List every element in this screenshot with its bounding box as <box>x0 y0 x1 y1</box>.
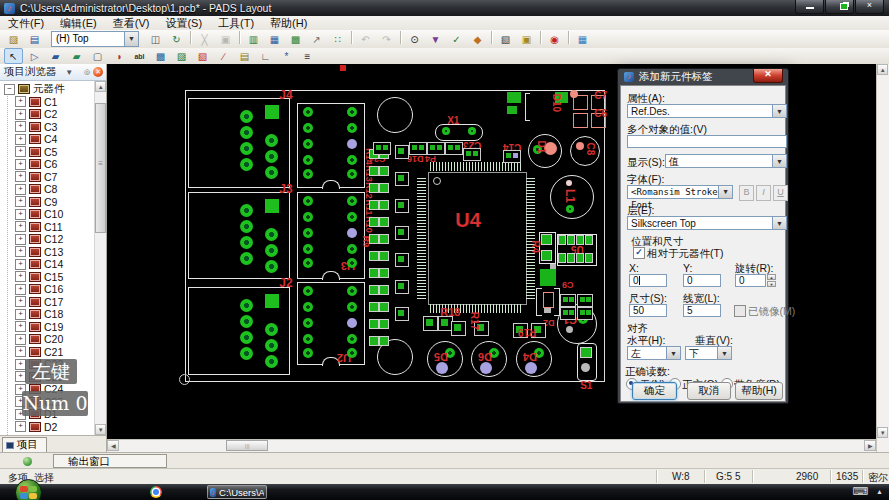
rotation-input[interactable]: 0 <box>735 274 766 287</box>
vertical-combobox[interactable]: 下 ▼ <box>685 346 732 360</box>
menu-setup[interactable]: 设置(S) <box>157 16 210 31</box>
tab-project[interactable]: 项目 <box>2 437 47 452</box>
expand-icon[interactable]: + <box>15 246 26 257</box>
design-toolbar-icon[interactable]: ▥ <box>244 31 263 47</box>
expand-icon[interactable]: + <box>15 221 26 232</box>
window-icon[interactable]: ▣ <box>517 31 536 47</box>
expand-icon[interactable]: + <box>15 171 26 182</box>
hatch-icon[interactable]: ▨ <box>172 48 191 64</box>
output-window-tab[interactable]: 输出窗口 <box>53 454 167 468</box>
chevron-down-icon[interactable]: ▼ <box>772 105 786 117</box>
keepout-icon[interactable]: ◑ <box>109 48 128 64</box>
menu-tools[interactable]: 工具(T) <box>210 16 262 31</box>
expand-icon[interactable]: + <box>15 309 26 320</box>
panel-close-icon[interactable]: ✕ <box>93 67 103 77</box>
expand-icon[interactable]: + <box>15 184 26 195</box>
star-icon[interactable]: * <box>277 48 296 64</box>
relative-checkbox[interactable]: ✓ <box>633 247 645 259</box>
tree-item-c2[interactable]: +C2 <box>0 108 95 121</box>
zoom-icon[interactable]: ⊙ <box>405 31 424 47</box>
tree-item-c8[interactable]: +C8 <box>0 183 95 196</box>
tree-item-c4[interactable]: +C4 <box>0 133 95 146</box>
ok-button[interactable]: 确定 <box>632 382 677 400</box>
spin-up-icon[interactable]: ▲ <box>767 274 776 280</box>
chevron-down-icon[interactable]: ▼ <box>717 347 731 359</box>
help-button[interactable]: 帮助(H) <box>735 382 783 400</box>
scroll-up-icon[interactable]: ▲ <box>95 81 106 92</box>
save-icon[interactable]: ▤ <box>25 31 44 47</box>
chevron-down-icon[interactable]: ▼ <box>124 32 138 46</box>
scroll-right-icon[interactable]: ▶ <box>864 440 876 451</box>
close-button[interactable]: × <box>855 0 884 14</box>
eco-toolbar-icon[interactable]: ▩ <box>286 31 305 47</box>
status-line-width[interactable]: W:8 <box>672 471 690 482</box>
tree-scrollbar[interactable]: ▲ ▼ <box>94 81 106 435</box>
layer-combobox[interactable]: (H) Top ▼ <box>51 31 139 47</box>
canvas-vscrollbar[interactable]: ▲ ▼ <box>876 64 889 452</box>
start-button[interactable] <box>15 479 42 500</box>
font-combobox[interactable]: <Romansim Stroke Font ▼ <box>627 185 733 199</box>
tree-item-c18[interactable]: +C18 <box>0 308 95 321</box>
tree-item-c13[interactable]: +C13 <box>0 246 95 259</box>
size-input[interactable]: 50 <box>629 304 667 317</box>
tree-item-c12[interactable]: +C12 <box>0 233 95 246</box>
hscroll-thumb[interactable] <box>226 440 268 451</box>
tree-item-c10[interactable]: +C10 <box>0 208 95 221</box>
underline-button[interactable]: U <box>773 185 788 201</box>
chrome-taskbar-icon[interactable] <box>150 486 162 498</box>
redraw-icon[interactable]: ↻ <box>167 31 186 47</box>
chevron-down-icon[interactable]: ▼ <box>718 186 732 198</box>
expand-icon[interactable]: + <box>15 146 26 157</box>
expand-icon[interactable]: + <box>15 159 26 170</box>
bold-button[interactable]: B <box>739 185 754 201</box>
help-icon[interactable]: ▦ <box>573 31 592 47</box>
tree-item-c5[interactable]: +C5 <box>0 146 95 159</box>
canvas-hscrollbar[interactable]: ◀ ▶ <box>107 439 876 452</box>
dimensioning-toolbar-icon[interactable]: ▦ <box>265 31 284 47</box>
flag-icon[interactable]: ▷ <box>25 48 44 64</box>
scroll-down-icon[interactable]: ▼ <box>877 427 888 438</box>
bga-toolbar-icon[interactable]: ∷ <box>328 31 347 47</box>
chevron-down-icon[interactable]: ▼ <box>772 217 786 229</box>
layer-combobox[interactable]: Silkscreen Top ▼ <box>627 216 787 230</box>
tree-item-c11[interactable]: +C11 <box>0 221 95 234</box>
tree-scroll-thumb[interactable] <box>95 103 106 233</box>
tree-item-c14[interactable]: +C14 <box>0 258 95 271</box>
scroll-up-icon[interactable]: ▲ <box>877 64 888 75</box>
collapse-icon[interactable]: − <box>4 84 15 95</box>
multi-value-input[interactable] <box>627 135 787 148</box>
chevron-down-icon[interactable]: ▼ <box>63 68 75 77</box>
tree-item-c17[interactable]: +C17 <box>0 296 95 309</box>
tree-item-c3[interactable]: +C3 <box>0 121 95 134</box>
project-browser-header[interactable]: 项目浏览器 ▼ ◎ ✕ <box>0 64 106 81</box>
expand-icon[interactable]: + <box>15 234 26 245</box>
minimize-button[interactable] <box>795 0 824 14</box>
pin-icon[interactable]: ◎ <box>82 68 92 76</box>
expand-icon[interactable]: + <box>15 271 26 282</box>
tree-item-c7[interactable]: +C7 <box>0 171 95 184</box>
drafting-icon[interactable]: ∕ <box>214 48 233 64</box>
expand-icon[interactable]: + <box>15 259 26 270</box>
pads-taskbar-button[interactable]: ♪ C:\Users\Adm... <box>207 485 267 499</box>
line-width-input[interactable]: 5 <box>683 304 721 317</box>
copper-pour-icon[interactable]: ▩ <box>151 48 170 64</box>
expand-icon[interactable]: + <box>15 196 26 207</box>
keyboard-tray-icon[interactable]: ⌨ <box>852 485 868 498</box>
display-combobox[interactable]: 值 ▼ <box>665 154 787 168</box>
board-layer2-icon[interactable]: ▰ <box>67 48 86 64</box>
menu-view[interactable]: 查看(V) <box>105 16 158 31</box>
router-icon[interactable]: ◉ <box>545 31 564 47</box>
dimension-icon[interactable]: ∟ <box>256 48 275 64</box>
tree-item-c21[interactable]: +C21 <box>0 346 95 359</box>
boardsim-icon[interactable]: ▧ <box>496 31 515 47</box>
tree-item-c19[interactable]: +C19 <box>0 321 95 334</box>
x-input[interactable]: 0 <box>629 274 667 287</box>
tree-item-c1[interactable]: +C1 <box>0 96 95 109</box>
cancel-button[interactable]: 取消 <box>687 382 731 400</box>
expand-icon[interactable]: + <box>15 134 26 145</box>
spin-down-icon[interactable]: ▼ <box>767 281 776 287</box>
tree-item-d2[interactable]: +D2 <box>0 421 95 434</box>
horizontal-combobox[interactable]: 左 ▼ <box>627 346 681 360</box>
expand-icon[interactable]: + <box>15 321 26 332</box>
tree-root-components[interactable]: −元器件 <box>0 83 95 96</box>
